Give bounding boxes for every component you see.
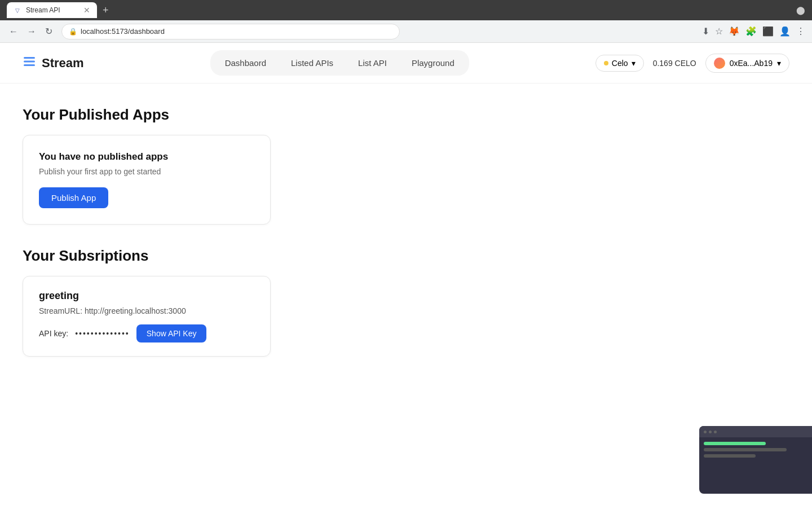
wallet-avatar	[714, 58, 725, 69]
network-name: Celo	[612, 59, 628, 68]
api-key-dots: ••••••••••••••	[75, 329, 130, 338]
stream-url-value: http://greeting.localhost:3000	[85, 306, 186, 315]
tab-favicon: ▽	[14, 6, 21, 14]
download-icon: ⬇	[702, 26, 709, 37]
logo-text: Stream	[42, 56, 84, 71]
active-tab[interactable]: ▽ Stream API ✕	[7, 2, 97, 18]
popup-line-gray2	[704, 454, 756, 458]
browser-chrome: ▽ Stream API ✕ + ⬤	[0, 0, 812, 20]
nav-playground[interactable]: Playground	[400, 54, 466, 72]
menu-icon[interactable]: ⋮	[796, 26, 805, 37]
star-icon[interactable]: ☆	[715, 26, 723, 37]
network-selector[interactable]: Celo ▾	[595, 55, 644, 72]
url-text: localhost:5173/dashboard	[81, 27, 165, 36]
popup-line-gray1	[704, 448, 787, 451]
api-key-label: API key:	[39, 329, 68, 338]
empty-card-desc: Publish your first app to get started	[39, 167, 254, 176]
published-apps-title: Your Published Apps	[23, 106, 767, 124]
profile-icon[interactable]: 👤	[779, 26, 791, 37]
chevron-down-icon-wallet: ▾	[777, 59, 781, 68]
wallet-balance: 0.169 CELO	[653, 59, 696, 68]
tab-close-button[interactable]: ✕	[83, 6, 90, 15]
back-button[interactable]: ←	[7, 24, 20, 39]
bottom-popup	[699, 426, 812, 494]
wallet-address-text: 0xEa...Ab19	[730, 59, 773, 68]
new-tab-button[interactable]: +	[99, 5, 112, 16]
subscription-url: StreamURL: http://greeting.localhost:300…	[39, 306, 254, 315]
extension-icon2[interactable]: 🧩	[745, 26, 757, 37]
address-bar-right: ⬇ ☆ 🦊 🧩 ⬛ 👤 ⋮	[702, 26, 805, 37]
split-screen-icon[interactable]: ⬛	[762, 26, 774, 37]
subscription-card: greeting StreamURL: http://greeting.loca…	[23, 276, 271, 357]
network-dot	[604, 61, 608, 65]
wallet-section: Celo ▾ 0.169 CELO 0xEa...Ab19 ▾	[595, 54, 789, 73]
svg-rect-1	[24, 60, 35, 62]
stream-url-label: StreamURL:	[39, 306, 82, 315]
subscriptions-title: Your Subsriptions	[23, 247, 767, 265]
subscriptions-section: Your Subsriptions greeting StreamURL: ht…	[23, 247, 767, 357]
api-key-row: API key: •••••••••••••• Show API Key	[39, 324, 254, 342]
logo-icon	[23, 55, 36, 72]
tab-title: Stream API	[26, 6, 60, 14]
popup-dot-2	[709, 431, 712, 433]
subscription-name: greeting	[39, 290, 254, 302]
nav-listed-apis[interactable]: Listed APIs	[280, 54, 345, 72]
popup-dot-3	[714, 431, 717, 433]
main-content: Your Published Apps You have no publishe…	[0, 84, 789, 379]
address-bar: ← → ↻ 🔒 localhost:5173/dashboard ⬇ ☆ 🦊 🧩…	[0, 20, 812, 43]
tab-bar: ▽ Stream API ✕ +	[7, 2, 112, 18]
logo: Stream	[23, 55, 84, 72]
svg-rect-0	[24, 57, 35, 59]
app-content: Stream Dashbaord Listed APIs List API Pl…	[0, 43, 812, 505]
url-bar[interactable]: 🔒 localhost:5173/dashboard	[61, 24, 400, 39]
refresh-button[interactable]: ↻	[43, 24, 55, 39]
published-apps-card: You have no published apps Publish your …	[23, 135, 271, 225]
nav-buttons: ← → ↻	[7, 24, 55, 39]
forward-button[interactable]: →	[25, 24, 38, 39]
lock-icon: 🔒	[69, 28, 77, 36]
popup-line-green	[704, 442, 766, 445]
popup-header	[699, 426, 812, 437]
profile-icon[interactable]: ⬤	[796, 6, 805, 15]
empty-card-title: You have no published apps	[39, 151, 254, 163]
nav-links: Dashbaord Listed APIs List API Playgroun…	[210, 50, 469, 76]
show-api-key-button[interactable]: Show API Key	[136, 324, 207, 342]
browser-controls-right: ⬤	[796, 6, 805, 15]
publish-app-button[interactable]: Publish App	[39, 187, 108, 208]
navbar: Stream Dashbaord Listed APIs List API Pl…	[0, 43, 812, 84]
popup-dot-1	[704, 431, 707, 433]
svg-rect-2	[24, 64, 35, 66]
wallet-address[interactable]: 0xEa...Ab19 ▾	[705, 54, 789, 73]
popup-content	[699, 437, 812, 465]
chevron-down-icon: ▾	[632, 59, 636, 68]
nav-list-api[interactable]: List API	[347, 54, 398, 72]
nav-dashboard[interactable]: Dashbaord	[214, 54, 277, 72]
extension-icon1[interactable]: 🦊	[729, 26, 740, 37]
